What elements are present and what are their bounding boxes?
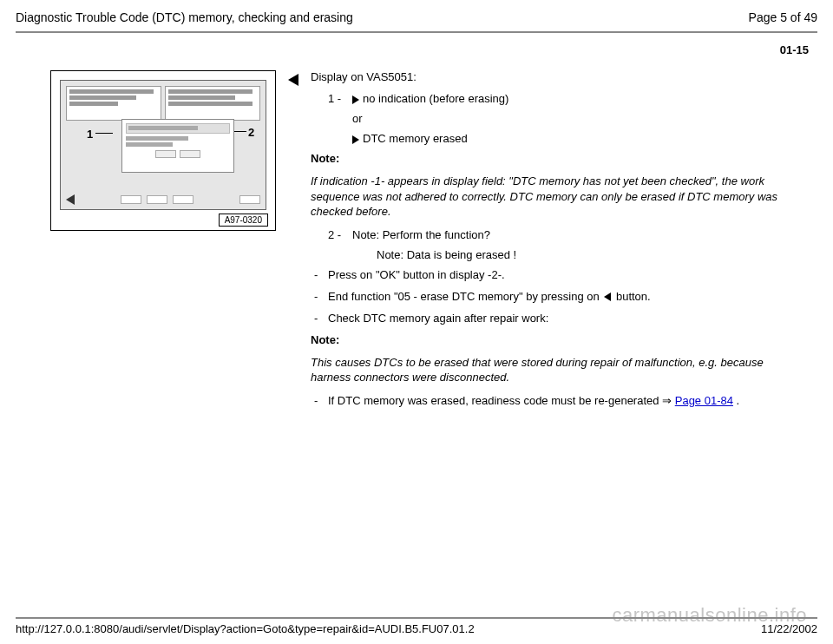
footer-url: http://127.0.0.1:8080/audi/servlet/Displ…	[16, 622, 475, 635]
dash-d-post: .	[733, 394, 739, 407]
dash-mark: -	[314, 394, 323, 407]
triangle-bullet-icon	[352, 95, 359, 104]
dash-b-pre: End function "05 - erase DTC memory" by …	[328, 290, 602, 303]
text-bar	[168, 89, 253, 94]
nav-button	[121, 195, 141, 204]
header-rule	[16, 31, 817, 33]
figure-frame: 1 2 A97-0320	[50, 70, 276, 231]
callout-line	[234, 131, 246, 132]
content-row: 1 2 A97-0320 Display on VAS5051	[16, 70, 817, 416]
item1-line-b: DTC memory erased	[363, 132, 468, 145]
nav-button	[173, 195, 193, 204]
dash-mark: -	[314, 290, 323, 303]
note-heading: Note:	[311, 152, 791, 165]
page-indicator: Page 5 of 49	[749, 10, 817, 24]
screen-nav-bar	[66, 194, 260, 206]
text-column: Display on VAS5051: 1 - no indication (b…	[311, 70, 817, 416]
or-line: or	[311, 112, 791, 125]
note-heading-2: Note:	[311, 333, 791, 346]
vas5051-screen: 1 2	[60, 80, 266, 210]
left-arrow-icon	[288, 74, 298, 86]
item-content: no indication (before erasing)	[352, 92, 508, 105]
dialog-box	[121, 119, 234, 173]
page-header: Diagnostic Trouble Code (DTC) memory, ch…	[16, 10, 817, 24]
dash-c-text: Check DTC memory again after repair work…	[328, 312, 548, 325]
dialog-title-bar	[126, 123, 230, 134]
dash-b-post: button.	[613, 290, 650, 303]
display-heading: Display on VAS5051:	[311, 70, 791, 83]
note-body: If indication -1- appears in display fie…	[311, 174, 791, 220]
dash-item-c: - Check DTC memory again after repair wo…	[311, 312, 791, 325]
dash-mark: -	[314, 268, 323, 281]
nav-button	[147, 195, 167, 204]
dash-d-pre: If DTC memory was erased, readiness code…	[328, 394, 675, 407]
item1-line-b-row: DTC memory erased	[311, 132, 791, 145]
dash-b-text: End function "05 - erase DTC memory" by …	[328, 290, 651, 303]
note-body-2: This causes DTCs to be erased that were …	[311, 355, 791, 385]
section-number: 01-15	[16, 43, 817, 56]
callout-1: 1	[87, 128, 93, 141]
dash-item-d: - If DTC memory was erased, readiness co…	[311, 394, 791, 407]
panel-left	[66, 86, 161, 121]
text-bar	[168, 95, 235, 100]
panel-right	[165, 86, 260, 121]
item-number: 1 -	[328, 92, 347, 105]
figure-column: 1 2 A97-0320	[50, 70, 276, 231]
item2-sub: Note: Data is being erased !	[311, 248, 791, 261]
figure-id-label: A97-0320	[219, 214, 268, 227]
dash-item-b: - End function "05 - erase DTC memory" b…	[311, 290, 791, 303]
nav-button	[239, 195, 260, 204]
back-triangle-icon	[66, 194, 75, 205]
dialog-button	[155, 150, 176, 158]
dash-a-text: Press on "OK" button in display -2-.	[328, 268, 505, 281]
triangle-bullet-icon	[352, 135, 359, 144]
page-footer: http://127.0.0.1:8080/audi/servlet/Displ…	[16, 617, 817, 635]
list-item-2: 2 - Note: Perform the function?	[311, 228, 791, 241]
text-bar	[69, 102, 118, 106]
item1-line-a: no indication (before erasing)	[363, 92, 508, 105]
dialog-line	[126, 142, 173, 147]
callout-line	[95, 133, 113, 134]
dash-item-a: - Press on "OK" button in display -2-.	[311, 268, 791, 281]
arrow-column	[288, 70, 298, 86]
item-number: 2 -	[328, 228, 347, 241]
doc-title: Diagnostic Trouble Code (DTC) memory, ch…	[16, 10, 353, 24]
dash-mark: -	[314, 312, 323, 325]
text-bar	[168, 102, 253, 106]
back-triangle-icon	[604, 292, 611, 301]
text-bar	[69, 95, 136, 100]
dialog-button	[180, 150, 200, 158]
text-bar	[69, 89, 154, 94]
callout-2: 2	[248, 126, 254, 139]
dialog-line	[126, 136, 188, 141]
item2-text: Note: Perform the function?	[352, 228, 490, 241]
footer-date: 11/22/2002	[761, 622, 817, 635]
screen-top-panels	[66, 86, 260, 121]
page-link[interactable]: Page 01-84	[675, 394, 733, 407]
list-item-1: 1 - no indication (before erasing)	[311, 92, 791, 105]
dialog-buttons	[126, 150, 230, 158]
dash-d-text: If DTC memory was erased, readiness code…	[328, 394, 739, 407]
